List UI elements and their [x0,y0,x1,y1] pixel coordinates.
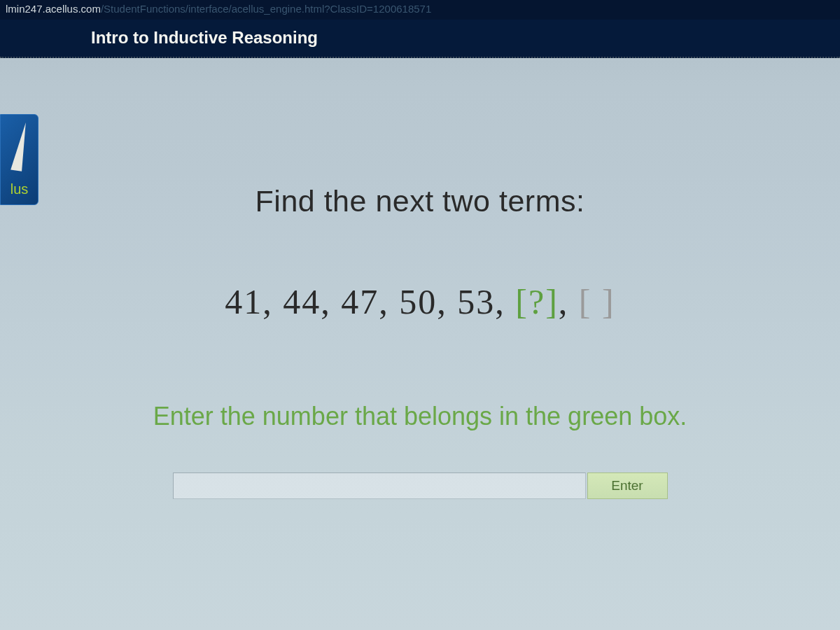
answer-input[interactable] [173,472,586,499]
sequence-active-blank: [?] [515,282,559,321]
sequence-display: 41, 44, 47, 50, 53, [?], [ ] [140,281,700,322]
problem-prompt: Find the next two terms: [140,184,700,218]
sequence-separator: , [559,282,579,321]
acellus-logo-tab[interactable]: lus [0,114,38,205]
enter-button[interactable]: Enter [587,472,668,499]
lesson-title: Intro to Inductive Reasoning [91,28,318,47]
main-content-area: lus Find the next two terms: 41, 44, 47,… [0,58,840,630]
logo-a-icon [10,121,29,172]
problem-container: Find the next two terms: 41, 44, 47, 50,… [140,184,700,499]
sequence-next-blank: [ ] [579,282,615,321]
url-path: /StudentFunctions/interface/acellus_engi… [101,3,431,15]
answer-input-row: Enter [140,472,700,499]
lesson-title-bar: Intro to Inductive Reasoning [0,20,840,58]
url-domain: lmin247.acellus.com [6,3,101,15]
sequence-known-terms: 41, 44, 47, 50, 53, [225,282,515,321]
url-bar: lmin247.acellus.com/StudentFunctions/int… [0,0,840,20]
instruction-text: Enter the number that belongs in the gre… [140,399,700,434]
logo-text-fragment: lus [10,181,29,197]
